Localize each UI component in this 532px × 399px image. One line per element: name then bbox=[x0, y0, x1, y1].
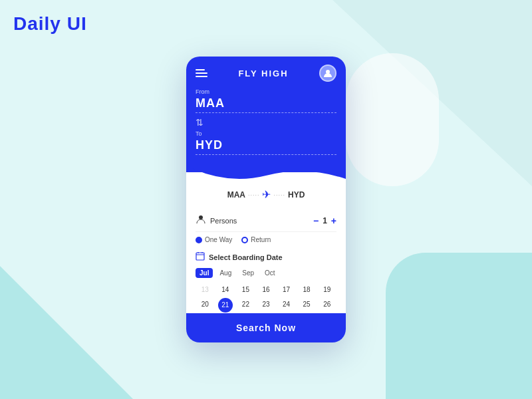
route-from-city: MAA bbox=[227, 190, 245, 200]
from-label: From bbox=[196, 88, 336, 95]
cal-day-16[interactable]: 16 bbox=[257, 283, 276, 297]
one-way-label: One Way bbox=[205, 236, 232, 243]
cal-day-15[interactable]: 15 bbox=[236, 283, 255, 297]
cal-day-22[interactable]: 22 bbox=[236, 298, 255, 313]
plane-takeoff-icon: ✈ bbox=[262, 188, 271, 201]
month-jul[interactable]: Jul bbox=[196, 268, 213, 278]
svg-point-1 bbox=[199, 215, 203, 219]
cal-day-21[interactable]: 21 bbox=[218, 298, 233, 313]
route-to-city: HYD bbox=[288, 190, 305, 200]
bg-shape-bottom-left bbox=[0, 266, 133, 399]
return-label: Return bbox=[251, 236, 271, 243]
return-radio bbox=[241, 237, 248, 243]
persons-row: Persons − 1 + bbox=[196, 210, 336, 232]
user-avatar[interactable] bbox=[319, 65, 336, 82]
cal-day-20[interactable]: 20 bbox=[196, 298, 215, 313]
from-value[interactable]: MAA bbox=[196, 96, 336, 113]
hamburger-menu[interactable] bbox=[196, 69, 207, 77]
one-way-option[interactable]: One Way bbox=[196, 236, 232, 243]
svg-rect-2 bbox=[196, 253, 204, 260]
cal-day-23[interactable]: 23 bbox=[257, 298, 276, 313]
cal-day-24[interactable]: 24 bbox=[277, 298, 296, 313]
hamburger-line-2 bbox=[196, 72, 207, 74]
month-tabs: Jul Aug Sep Oct bbox=[196, 268, 336, 278]
search-now-button[interactable]: Search Now bbox=[186, 313, 346, 342]
one-way-radio bbox=[196, 237, 202, 243]
phone-card: FLY HIGH From MAA ⇅ To HYD MAA ····· ✈ ·… bbox=[186, 57, 346, 342]
trip-type-row: One Way Return bbox=[196, 232, 336, 249]
header-top: FLY HIGH bbox=[196, 65, 336, 82]
calendar-icon bbox=[196, 251, 205, 263]
persons-minus-button[interactable]: − bbox=[313, 215, 319, 226]
cal-day-19[interactable]: 19 bbox=[317, 283, 336, 297]
hamburger-line-1 bbox=[196, 69, 205, 70]
persons-plus-button[interactable]: + bbox=[331, 215, 336, 226]
logo-prefix: Daily bbox=[13, 13, 67, 34]
app-logo: Daily UI bbox=[13, 13, 87, 35]
calendar-title: Select Boarding Date bbox=[209, 253, 283, 261]
cal-day-18[interactable]: 18 bbox=[297, 283, 317, 297]
persons-control: − 1 + bbox=[313, 215, 336, 226]
month-aug[interactable]: Aug bbox=[215, 268, 235, 278]
logo-bold: UI bbox=[67, 13, 87, 34]
route-fields: From MAA ⇅ To HYD bbox=[196, 88, 336, 155]
to-label: To bbox=[196, 130, 336, 137]
cal-day-13[interactable]: 13 bbox=[196, 283, 215, 297]
app-title: FLY HIGH bbox=[238, 68, 288, 78]
person-icon bbox=[196, 214, 206, 227]
to-value[interactable]: HYD bbox=[196, 138, 336, 155]
cal-day-14[interactable]: 14 bbox=[216, 283, 235, 297]
phone-header: FLY HIGH From MAA ⇅ To HYD bbox=[186, 57, 346, 172]
cal-day-17[interactable]: 17 bbox=[277, 283, 296, 297]
calendar-header: Select Boarding Date bbox=[196, 251, 336, 263]
cal-day-26[interactable]: 26 bbox=[317, 298, 336, 313]
persons-label: Persons bbox=[210, 217, 309, 225]
persons-count: 1 bbox=[323, 216, 327, 225]
return-option[interactable]: Return bbox=[241, 236, 271, 243]
month-sep[interactable]: Sep bbox=[238, 268, 258, 278]
month-oct[interactable]: Oct bbox=[261, 268, 279, 278]
bg-shape-bottom-right bbox=[386, 253, 532, 399]
route-visual: MAA ····· ✈ ····· HYD bbox=[186, 172, 346, 206]
bg-white-shape bbox=[346, 53, 439, 186]
cal-day-25[interactable]: 25 bbox=[297, 298, 317, 313]
swap-icon[interactable]: ⇅ bbox=[196, 117, 336, 128]
hamburger-line-3 bbox=[196, 76, 207, 77]
